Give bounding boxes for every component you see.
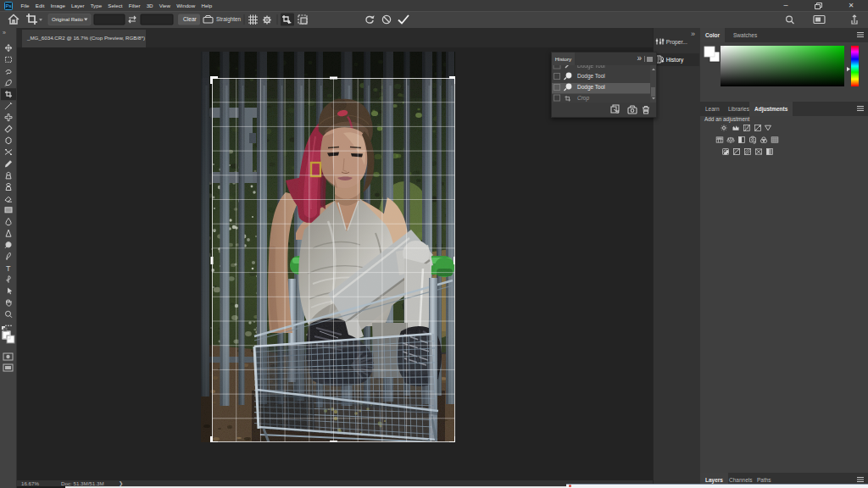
svg-text:Straighten: Straighten [216, 16, 242, 23]
svg-text:T: T [6, 264, 11, 273]
svg-text:Dodge Tool: Dodge Tool [577, 65, 605, 69]
svg-text:Clear: Clear [183, 16, 198, 22]
svg-text:Original Ratio: Original Ratio [52, 16, 84, 22]
svg-text:Dodge Tool: Dodge Tool [577, 73, 605, 80]
svg-text:Crop: Crop [577, 95, 589, 102]
svg-text:»: » [3, 30, 6, 36]
svg-text:Dodge Tool: Dodge Tool [577, 84, 605, 91]
